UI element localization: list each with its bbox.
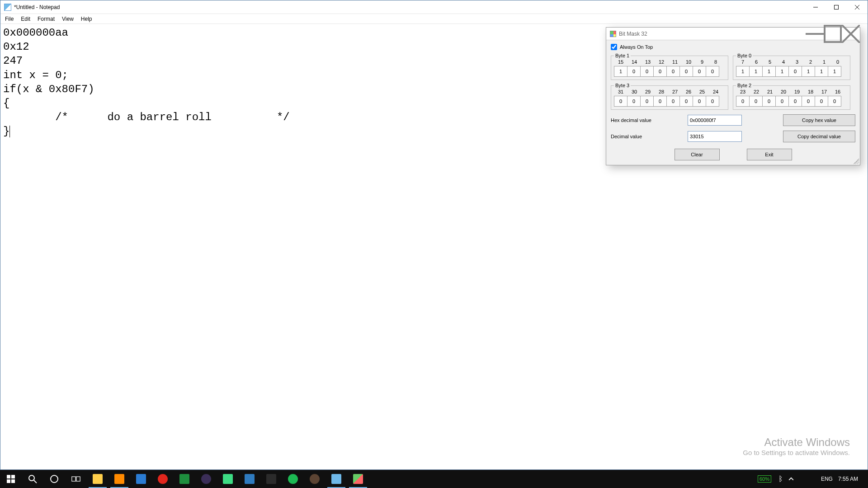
always-on-top-input[interactable] [611,44,617,50]
bitmask-close-button[interactable] [842,28,860,40]
always-on-top-checkbox[interactable]: Always On Top [611,44,855,50]
resize-grip-icon[interactable] [854,159,859,164]
bit-toggle[interactable]: 0 [627,66,641,77]
bit-toggle[interactable]: 0 [693,96,706,107]
text-cursor [9,126,10,137]
bit-toggle[interactable]: 0 [762,96,776,107]
bit-toggle[interactable]: 1 [775,66,789,77]
bit-toggle[interactable]: 0 [706,96,719,107]
tray-lang[interactable]: ENG [818,470,835,488]
bit-toggle[interactable]: 0 [640,66,654,77]
watermark-line1: Activate Windows [743,436,850,449]
bit-label: 9 [695,59,709,65]
bit-toggle[interactable]: 0 [627,96,641,107]
bit-toggle[interactable]: 0 [775,96,789,107]
bitmask-maximize-button[interactable] [824,28,842,40]
bit-toggle[interactable]: 0 [736,96,750,107]
bit-toggle[interactable]: 1 [815,66,828,77]
tray-volume-icon[interactable] [802,470,807,488]
bit-toggle[interactable]: 0 [614,96,627,107]
tray-keyboard-icon[interactable] [813,470,818,488]
svg-point-12 [29,475,34,481]
exit-button[interactable]: Exit [747,149,792,160]
taskbar-app-photos[interactable] [130,470,152,488]
search-button[interactable] [22,470,43,488]
tray-power-icon[interactable] [797,470,802,488]
cortana-button[interactable] [43,470,65,488]
maximize-button[interactable] [826,0,847,14]
notepad-titlebar[interactable]: *Untitled - Notepad [0,0,868,14]
bit-toggle[interactable]: 1 [828,66,841,77]
menu-format[interactable]: Format [34,15,58,23]
clear-button[interactable]: Clear [675,149,720,160]
copy-hex-button[interactable]: Copy hex value [783,114,855,126]
taskview-button[interactable] [65,470,87,488]
bit-label: 19 [790,89,804,94]
byte2-label: Byte 2 [736,83,753,88]
bit-toggle[interactable]: 1 [736,66,750,77]
notepad-content: 0x000000aa 0x12 247 int x = 0; if(x & 0x… [3,27,290,137]
byte3-label: Byte 3 [614,83,631,88]
bit-toggle[interactable]: 0 [693,66,706,77]
bit-toggle[interactable]: 0 [679,66,693,77]
bit-toggle[interactable]: 0 [828,96,841,107]
menu-view[interactable]: View [58,15,77,23]
bit-toggle[interactable]: 0 [679,96,693,107]
taskbar-app-movies[interactable] [108,470,130,488]
taskbar-app-eclipse[interactable] [195,470,217,488]
bitmask-window: Bit Mask 32 Always On Top Byte 1 15 14 [606,27,860,165]
bit-toggle[interactable]: 0 [653,96,667,107]
taskbar-app-file-explorer[interactable] [87,470,108,488]
taskbar-app-android-studio[interactable] [217,470,239,488]
taskbar-app-excel[interactable] [174,470,195,488]
hex-input[interactable] [688,115,742,126]
bit-label: 30 [627,89,641,94]
svg-rect-8 [7,475,10,479]
start-button[interactable] [0,470,22,488]
taskbar-app-bitmask[interactable] [347,470,369,488]
tray-time[interactable]: 7:55 AM [835,470,861,488]
taskbar-app-opera[interactable] [152,470,174,488]
bit-toggle[interactable]: 1 [614,66,627,77]
bitmask-minimize-button[interactable] [806,28,824,40]
bit-toggle[interactable]: 0 [706,66,719,77]
bit-toggle[interactable]: 0 [653,66,667,77]
bit-toggle[interactable]: 0 [815,96,828,107]
taskbar-app-terminal[interactable] [260,470,282,488]
bit-label: 17 [817,89,831,94]
menu-file[interactable]: File [1,15,17,23]
menu-edit[interactable]: Edit [17,15,34,23]
svg-line-13 [34,480,37,483]
bit-toggle[interactable]: 0 [802,96,815,107]
notepad-icon [4,4,11,11]
taskbar-app-spotify[interactable] [282,470,304,488]
bit-toggle[interactable]: 0 [788,66,802,77]
dec-input[interactable] [688,131,742,142]
minimize-button[interactable] [805,0,826,14]
taskbar-app-gimp[interactable] [304,470,326,488]
bit-toggle[interactable]: 1 [802,66,815,77]
bit-toggle[interactable]: 0 [788,96,802,107]
bit-toggle[interactable]: 1 [749,66,763,77]
bit-label: 25 [695,89,709,94]
bit-toggle[interactable]: 0 [749,96,763,107]
menu-help[interactable]: Help [77,15,96,23]
battery-indicator[interactable]: 60% [755,470,776,488]
bit-toggle[interactable]: 0 [666,96,680,107]
bit-toggle[interactable]: 1 [762,66,776,77]
svg-rect-9 [11,475,15,479]
copy-dec-button[interactable]: Copy decimal value [783,131,855,142]
bit-toggle[interactable]: 0 [666,66,680,77]
tray-chevron-up-icon[interactable] [786,470,797,488]
tray-notifications-icon[interactable] [861,470,866,488]
taskbar-app-vscode[interactable] [239,470,260,488]
close-button[interactable] [847,0,868,14]
bit-label: 4 [777,59,790,65]
bit-toggle[interactable]: 0 [640,96,654,107]
bit-label: 2 [804,59,817,65]
tray-wifi-icon[interactable] [807,470,813,488]
svg-rect-15 [72,477,75,481]
bitmask-titlebar[interactable]: Bit Mask 32 [606,28,860,40]
taskbar-app-notepad[interactable] [326,470,347,488]
tray-bluetooth-icon[interactable]: ᛒ [776,470,786,488]
